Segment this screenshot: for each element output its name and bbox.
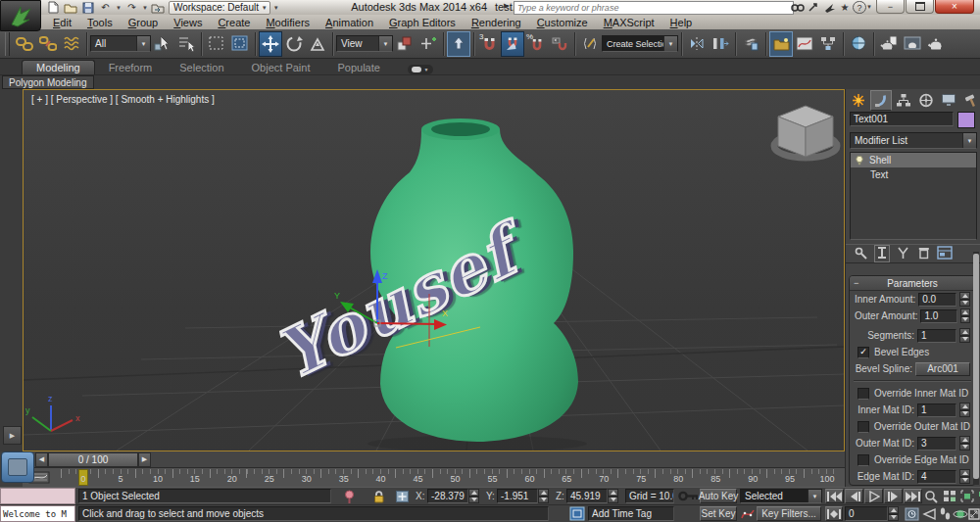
play-animation-button[interactable] <box>864 489 883 503</box>
undo-flyout-icon[interactable]: ▼ <box>116 5 122 11</box>
toolbar-grip[interactable] <box>5 32 10 56</box>
isolate-selection-icon[interactable] <box>341 489 358 503</box>
modify-tab-icon[interactable] <box>870 90 892 111</box>
hierarchy-tab-icon[interactable] <box>893 90 914 111</box>
align-button[interactable] <box>709 31 732 57</box>
curve-editor-button[interactable] <box>793 31 816 57</box>
layer-manager-button[interactable] <box>739 31 762 57</box>
y-coordinate-field[interactable]: -1.951 <box>497 489 538 503</box>
add-time-tag-field[interactable]: Add Time Tag <box>588 506 674 521</box>
command-panel-scrollbar[interactable] <box>973 252 979 485</box>
z-coordinate-field[interactable]: 45.919 <box>566 489 608 503</box>
key-mode-dropdown[interactable]: Selected▼ <box>740 489 822 503</box>
workspace-dropdown[interactable]: Workspace: Default ▼ <box>169 1 270 15</box>
select-object-button[interactable] <box>151 31 174 57</box>
subscription-icon[interactable] <box>821 1 837 14</box>
track-bar[interactable]: 0510152025303540455055606570758085909510… <box>23 468 845 488</box>
rendered-frame-window-button[interactable] <box>901 31 924 57</box>
selection-lock-icon[interactable] <box>370 489 387 503</box>
help-icon[interactable]: ? <box>853 1 866 14</box>
menu-item[interactable]: Modifiers <box>258 17 318 28</box>
frame-spinner[interactable] <box>888 506 899 521</box>
favorites-star-icon[interactable]: ★ <box>837 1 853 14</box>
outer-amount-field[interactable]: 1.0 <box>920 309 956 323</box>
snaps-toggle-button[interactable]: 3 <box>477 31 501 57</box>
viewport-label[interactable]: [ + ] [ Perspective ] [ Smooth + Highlig… <box>31 94 215 105</box>
override-outer-checkbox[interactable] <box>858 421 869 433</box>
help-search-input[interactable] <box>517 3 790 13</box>
inner-mat-id-spinner[interactable] <box>959 403 970 417</box>
outer-amount-spinner[interactable] <box>960 308 970 323</box>
bevel-spline-button[interactable]: Arc001 <box>915 362 970 376</box>
zoom-extents-all-icon[interactable] <box>976 489 980 503</box>
render-setup-button[interactable] <box>877 31 901 57</box>
outer-mat-id-field[interactable]: 3 <box>917 437 956 451</box>
next-frame-button[interactable] <box>884 489 903 503</box>
time-slider-handle[interactable]: 0 / 100 <box>48 452 138 467</box>
parameters-rollout-header[interactable]: − Parameters <box>850 276 975 291</box>
coordinate-system-arrow-icon[interactable]: ▼ <box>378 36 392 51</box>
menu-item[interactable]: Customize <box>529 17 596 28</box>
key-mode-toggle-button[interactable] <box>825 506 843 521</box>
binoculars-search-icon[interactable] <box>790 1 806 14</box>
undo-icon[interactable]: ↶ <box>98 1 113 14</box>
go-to-end-button[interactable] <box>904 489 922 503</box>
make-unique-icon[interactable] <box>896 246 910 261</box>
select-by-name-button[interactable] <box>174 31 198 57</box>
key-mode-arrow-icon[interactable]: ▼ <box>808 490 821 502</box>
use-pivot-point-center-button[interactable] <box>393 31 416 57</box>
select-and-manipulate-button[interactable] <box>416 31 440 57</box>
workspace-dropdown-arrow-icon[interactable]: ▼ <box>262 5 268 11</box>
x-coordinate-field[interactable]: -28.379 <box>427 489 468 503</box>
menu-item[interactable]: Group <box>121 17 167 28</box>
angle-snap-toggle-button[interactable] <box>501 31 524 57</box>
maximize-button[interactable] <box>906 0 934 14</box>
menu-item[interactable]: Rendering <box>464 17 529 28</box>
edge-mat-id-spinner[interactable] <box>959 469 970 484</box>
modifier-stack-item-text[interactable]: Text <box>851 167 976 182</box>
display-tab-icon[interactable] <box>938 90 959 111</box>
redo-icon[interactable]: ↷ <box>124 1 139 14</box>
zoom-all-icon[interactable] <box>941 489 957 503</box>
mirror-button[interactable] <box>685 31 709 57</box>
modifier-list-dropdown[interactable]: Modifier List▼ <box>850 132 977 149</box>
scrollbar-thumb[interactable] <box>973 254 979 479</box>
modifier-stack-item-shell[interactable]: Shell <box>851 153 976 167</box>
application-menu-button[interactable] <box>0 0 41 31</box>
help-search-box[interactable] <box>514 1 794 15</box>
active-layout-tab[interactable] <box>1 451 34 483</box>
bevel-edges-checkbox[interactable]: ✓ <box>858 347 869 358</box>
maximize-viewport-toggle-icon[interactable] <box>968 506 980 521</box>
key-filters-button[interactable]: Key Filters... <box>757 506 821 521</box>
utilities-tab-icon[interactable] <box>960 90 980 111</box>
configure-modifier-sets-icon[interactable] <box>937 246 953 261</box>
ribbon-tab[interactable]: Freeform <box>95 61 167 74</box>
menu-item[interactable]: MAXScript <box>596 17 662 28</box>
select-and-rotate-button[interactable] <box>282 31 306 57</box>
redo-flyout-icon[interactable]: ▼ <box>142 5 148 11</box>
set-key-filters-curve-icon[interactable] <box>739 506 756 521</box>
previous-frame-button[interactable] <box>845 489 863 503</box>
auto-key-button[interactable]: Auto Key <box>700 489 737 503</box>
menu-item[interactable]: Create <box>210 17 258 28</box>
time-configuration-icon[interactable] <box>904 506 920 521</box>
selection-set-arrow-icon[interactable]: ▼ <box>663 36 677 51</box>
remove-modifier-icon[interactable] <box>916 246 931 261</box>
orbit-icon[interactable] <box>952 506 968 521</box>
graphite-ribbon-toggle-button[interactable] <box>769 31 793 57</box>
selection-filter-dropdown[interactable]: All▼ <box>90 35 151 52</box>
select-and-move-button[interactable] <box>259 31 282 57</box>
absolute-mode-icon[interactable] <box>394 489 411 503</box>
perspective-viewport[interactable]: Yousef Z Y X z x y [ + ] [ Perspective ]… <box>23 89 845 451</box>
close-button[interactable]: × <box>935 0 974 14</box>
named-selection-sets-dropdown[interactable]: Create Selection Se▼ <box>602 35 678 52</box>
menu-item[interactable]: Animation <box>318 17 381 28</box>
bind-to-space-warp-button[interactable] <box>60 31 83 57</box>
pin-stack-icon[interactable] <box>854 246 868 261</box>
schematic-view-button[interactable] <box>816 31 840 57</box>
inner-mat-id-field[interactable]: 1 <box>917 403 956 417</box>
menu-item[interactable]: Views <box>166 17 210 28</box>
set-key-button[interactable]: Set Key <box>700 506 737 521</box>
inner-amount-field[interactable]: 0.0 <box>918 293 956 307</box>
project-folder-icon[interactable] <box>151 1 166 14</box>
